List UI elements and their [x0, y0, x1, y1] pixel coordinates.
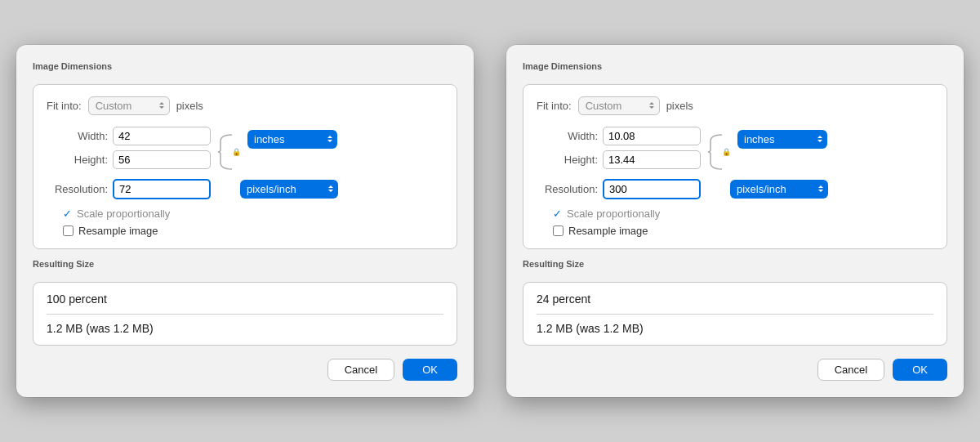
divider-right: [537, 314, 933, 315]
resample-label-left: Resample image: [78, 225, 158, 237]
checkboxes-right: ✓ Scale proportionally Resample image: [553, 208, 933, 237]
size-left: 1.2 MB (was 1.2 MB): [47, 322, 443, 335]
fields-right: Width: Height:: [537, 127, 701, 169]
resample-label-right: Resample image: [568, 225, 648, 237]
dimension-unit-left[interactable]: inches: [247, 130, 337, 149]
right-panel: Image Dimensions Fit into: Custom pixels…: [490, 0, 980, 442]
fit-into-row-left: Fit into: Custom pixels: [47, 96, 443, 115]
scale-proportionally-row-left: ✓ Scale proportionally: [63, 208, 443, 220]
cancel-button-right[interactable]: Cancel: [817, 359, 884, 381]
resulting-box-left: 100 percent 1.2 MB (was 1.2 MB): [33, 282, 457, 346]
height-label-right: Height:: [537, 154, 598, 166]
buttons-row-right: Cancel OK: [523, 359, 947, 381]
right-controls-right: inches: [737, 127, 827, 149]
resolution-unit-right[interactable]: pixels/inch: [730, 180, 828, 199]
resolution-label-right: Resolution:: [537, 183, 598, 195]
image-dimensions-label-right: Image Dimensions: [523, 61, 947, 71]
fit-into-label-right: Fit into:: [537, 100, 572, 112]
dialog-right: Image Dimensions Fit into: Custom pixels…: [506, 45, 964, 398]
dimension-unit-right[interactable]: inches: [737, 130, 827, 149]
percent-left: 100 percent: [47, 292, 443, 306]
resolution-input-right[interactable]: [603, 179, 701, 199]
width-label-left: Width:: [47, 130, 108, 142]
fit-into-row-right: Fit into: Custom pixels: [537, 96, 933, 115]
width-row-right: Width:: [537, 127, 701, 145]
height-row-left: Height:: [47, 150, 211, 169]
size-right: 1.2 MB (was 1.2 MB): [537, 322, 933, 335]
scale-label-right: Scale proportionally: [567, 208, 660, 220]
fit-into-label-left: Fit into:: [47, 100, 82, 112]
cancel-button-left[interactable]: Cancel: [327, 359, 394, 381]
height-input-right[interactable]: [603, 150, 701, 169]
fit-into-unit-right: pixels: [666, 100, 693, 112]
left-panel: Image Dimensions Fit into: Custom pixels…: [0, 0, 490, 442]
resolution-label-left: Resolution:: [47, 183, 108, 195]
width-row-left: Width:: [47, 127, 211, 145]
height-row-right: Height:: [537, 150, 701, 169]
scale-proportionally-row-right: ✓ Scale proportionally: [553, 208, 933, 220]
resulting-size-label-left: Resulting Size: [33, 259, 457, 269]
right-controls-left: inches: [247, 127, 337, 158]
scale-checkmark-left: ✓: [63, 208, 72, 220]
width-input-right[interactable]: [603, 127, 701, 145]
percent-right: 24 percent: [537, 292, 933, 306]
fit-into-unit-left: pixels: [176, 100, 203, 112]
resolution-row-left: Resolution: pixels/inch: [47, 179, 443, 199]
fit-into-dropdown-left[interactable]: Custom: [88, 96, 170, 115]
ok-button-right[interactable]: OK: [893, 359, 947, 381]
fields-left: Width: Height:: [47, 127, 211, 169]
resample-row-left: Resample image: [63, 225, 443, 237]
lock-icon-right: 🔒: [722, 148, 731, 156]
width-label-right: Width:: [537, 130, 598, 142]
resolution-input-left[interactable]: [113, 179, 211, 199]
dialogs-container: Image Dimensions Fit into: Custom pixels…: [0, 0, 980, 442]
resulting-size-label-right: Resulting Size: [523, 259, 947, 269]
fit-into-dropdown-right[interactable]: Custom: [578, 96, 660, 115]
buttons-row-left: Cancel OK: [33, 359, 457, 381]
resolution-row-right: Resolution: pixels/inch: [537, 179, 933, 199]
dimensions-section-right: Fit into: Custom pixels Width: Heig: [523, 84, 947, 249]
resample-row-right: Resample image: [553, 225, 933, 237]
divider-left: [47, 314, 443, 315]
resulting-box-right: 24 percent 1.2 MB (was 1.2 MB): [523, 282, 947, 346]
resample-checkbox-right[interactable]: [553, 225, 564, 236]
width-input-left[interactable]: [113, 127, 211, 145]
resolution-unit-left[interactable]: pixels/inch: [240, 180, 338, 199]
dimensions-section-left: Fit into: Custom pixels Width:: [33, 84, 457, 249]
image-dimensions-label-left: Image Dimensions: [33, 61, 457, 71]
resample-checkbox-left[interactable]: [63, 225, 74, 236]
height-label-left: Height:: [47, 154, 108, 166]
height-input-left[interactable]: [113, 150, 211, 169]
ok-button-left[interactable]: OK: [403, 359, 457, 381]
scale-label-left: Scale proportionally: [77, 208, 170, 220]
dialog-left: Image Dimensions Fit into: Custom pixels…: [16, 45, 474, 398]
scale-checkmark-right: ✓: [553, 208, 562, 220]
lock-icon-left: 🔒: [232, 148, 241, 156]
checkboxes-left: ✓ Scale proportionally Resample image: [63, 208, 443, 237]
